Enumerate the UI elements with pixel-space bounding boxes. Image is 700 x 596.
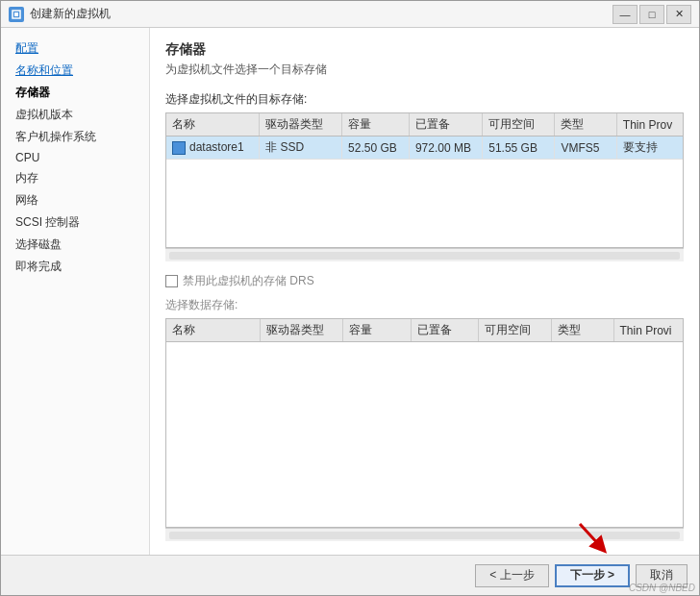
lower-col-header-prov: 已置备 (411, 319, 478, 342)
sidebar-item-name-location[interactable]: 名称和位置 (1, 60, 149, 82)
window-controls: — □ ✕ (612, 5, 691, 24)
lower-table-scrollbar[interactable] (165, 528, 684, 541)
cell-thin: 要支持 (616, 137, 683, 160)
sidebar-item-select-disk[interactable]: 选择磁盘 (1, 234, 149, 256)
lower-scrollbar-track (169, 532, 680, 539)
sidebar-item-storage[interactable]: 存储器 (1, 82, 149, 104)
sidebar-item-network[interactable]: 网络 (1, 189, 149, 211)
col-header-cap: 容量 (342, 113, 410, 137)
upper-table: 名称 驱动器类型 容量 已置备 可用空间 类型 Thin Prov datas (166, 113, 683, 160)
sidebar: 配置 名称和位置 存储器 虚拟机版本 客户机操作系统 CPU 内存 网络 SCS… (1, 28, 150, 555)
drs-row: 禁用此虚拟机的存储 DRS (165, 273, 684, 289)
sidebar-item-finish[interactable]: 即将完成 (1, 256, 149, 278)
drs-label: 禁用此虚拟机的存储 DRS (183, 273, 314, 289)
cell-available: 51.55 GB (483, 137, 555, 160)
main-window: 创建新的虚拟机 — □ ✕ 配置 名称和位置 存储器 虚拟机版本 客户机操作系统… (0, 0, 700, 596)
page-subtitle: 为虚拟机文件选择一个目标存储 (165, 62, 684, 78)
upper-table-label: 选择虚拟机文件的目标存储: (165, 91, 684, 108)
col-header-prov: 已置备 (409, 113, 482, 137)
cell-provisioned: 972.00 MB (409, 137, 482, 160)
sidebar-item-memory[interactable]: 内存 (1, 167, 149, 189)
lower-table-label: 选择数据存储: (165, 297, 684, 313)
close-button[interactable]: ✕ (666, 5, 691, 24)
sidebar-item-vm-version[interactable]: 虚拟机版本 (1, 104, 149, 126)
next-button[interactable]: 下一步 > (555, 564, 630, 587)
content-area: 配置 名称和位置 存储器 虚拟机版本 客户机操作系统 CPU 内存 网络 SCS… (1, 28, 699, 555)
sidebar-item-guest-os[interactable]: 客户机操作系统 (1, 126, 149, 148)
cell-capacity: 52.50 GB (342, 137, 410, 160)
lower-col-header-name: 名称 (166, 319, 260, 342)
page-title: 存储器 (165, 41, 684, 59)
lower-table-container[interactable]: 名称 驱动器类型 容量 已置备 可用空间 类型 Thin Provi (165, 318, 684, 528)
col-header-driver: 驱动器类型 (260, 113, 342, 137)
upper-table-container[interactable]: 名称 驱动器类型 容量 已置备 可用空间 类型 Thin Prov datas (165, 112, 684, 248)
title-bar: 创建新的虚拟机 — □ ✕ (1, 1, 699, 28)
cell-name: datastore1 (166, 137, 260, 160)
cell-driver: 非 SSD (260, 137, 342, 160)
upper-table-scrollbar[interactable] (165, 248, 684, 261)
sidebar-item-config[interactable]: 配置 (1, 37, 149, 60)
footer: < 上一步 下一步 > 取消 CSDN @NBED (1, 555, 699, 595)
col-header-type: 类型 (555, 113, 616, 137)
window-title: 创建新的虚拟机 (30, 6, 612, 22)
col-header-name: 名称 (166, 113, 260, 137)
sidebar-item-cpu[interactable]: CPU (1, 148, 149, 167)
minimize-button[interactable]: — (612, 5, 638, 24)
lower-col-header-driver: 驱动器类型 (260, 319, 343, 342)
sidebar-item-scsi[interactable]: SCSI 控制器 (1, 211, 149, 234)
back-button[interactable]: < 上一步 (475, 564, 548, 587)
window-icon (9, 7, 24, 22)
lower-table-wrapper: 名称 驱动器类型 容量 已置备 可用空间 类型 Thin Provi (165, 318, 684, 541)
watermark: CSDN @NBED (629, 583, 695, 593)
upper-table-wrapper: 名称 驱动器类型 容量 已置备 可用空间 类型 Thin Prov datas (165, 112, 684, 261)
main-content: 存储器 为虚拟机文件选择一个目标存储 选择虚拟机文件的目标存储: 名称 驱动器类… (150, 28, 699, 555)
maximize-button[interactable]: □ (639, 5, 664, 24)
drs-checkbox[interactable] (165, 275, 178, 287)
col-header-avail: 可用空间 (483, 113, 555, 137)
cell-type: VMFS5 (555, 137, 616, 160)
lower-table: 名称 驱动器类型 容量 已置备 可用空间 类型 Thin Provi (166, 319, 683, 342)
table-row[interactable]: datastore1 非 SSD 52.50 GB 972.00 MB 51.5… (166, 137, 683, 160)
lower-col-header-avail: 可用空间 (478, 319, 551, 342)
lower-col-header-type: 类型 (551, 319, 613, 342)
svg-rect-1 (14, 12, 18, 16)
col-header-thin: Thin Prov (616, 113, 683, 137)
lower-col-header-cap: 容量 (343, 319, 411, 342)
lower-col-header-thin: Thin Provi (613, 319, 683, 342)
upper-scrollbar-track (169, 252, 680, 260)
